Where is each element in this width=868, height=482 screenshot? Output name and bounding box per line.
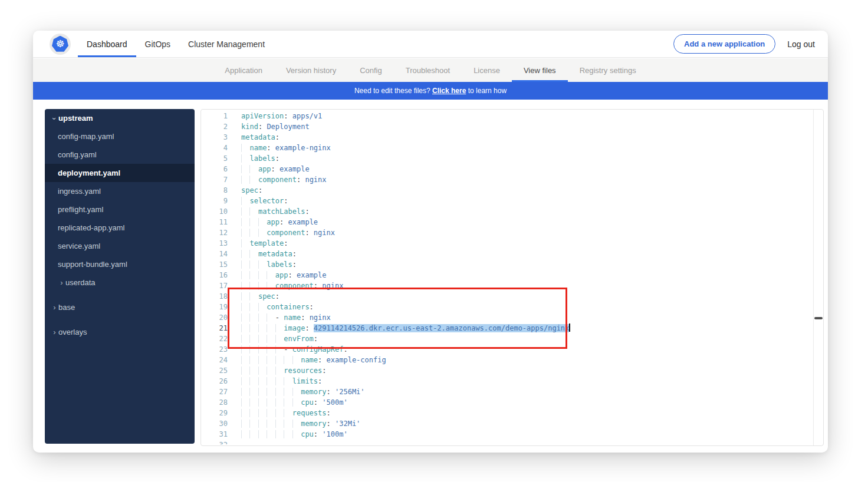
nav-item-gitops[interactable]: GitOps xyxy=(136,31,180,57)
tree-item-label: service.yaml xyxy=(58,237,100,255)
line-number: 12 xyxy=(201,227,228,238)
code-line-text: limits: xyxy=(241,376,322,387)
line-number: 8 xyxy=(201,185,228,196)
yaml-dash: - xyxy=(284,345,292,354)
line-number: 5 xyxy=(201,153,228,164)
tab-application[interactable]: Application xyxy=(213,58,274,82)
code-line: 14 metadata: xyxy=(201,249,813,259)
nav-item-dashboard[interactable]: Dashboard xyxy=(78,31,136,57)
indent-guides xyxy=(241,345,284,354)
tree-item-upstream[interactable]: ›upstream xyxy=(45,109,195,127)
yaml-colon: : xyxy=(284,239,288,247)
yaml-colon: : xyxy=(292,260,297,269)
tree-item-overlays[interactable]: ›overlays xyxy=(45,323,195,341)
indent-guides xyxy=(241,430,301,438)
code-line: 20 - name: nginx xyxy=(201,312,813,323)
code-line-text: app: example xyxy=(241,217,318,227)
logout-link[interactable]: Log out xyxy=(787,39,815,49)
tree-item-service-yaml[interactable]: service.yaml xyxy=(45,237,195,255)
tree-item-deployment-yaml[interactable]: deployment.yaml xyxy=(45,164,195,182)
indent-guides xyxy=(241,239,249,247)
indent-guides xyxy=(241,165,258,173)
code-lines: 1apiVersion: apps/v12kind: Deployment3me… xyxy=(201,111,813,444)
code-line: 31 cpu: '100m' xyxy=(201,429,813,440)
tree-item-label: preflight.yaml xyxy=(58,200,103,219)
tree-item-replicated-app-yaml[interactable]: replicated-app.yaml xyxy=(45,219,195,237)
code-line-text: labels: xyxy=(241,153,280,164)
yaml-key: configMapRef xyxy=(292,345,344,354)
yaml-space xyxy=(322,356,326,364)
indent-guides xyxy=(241,377,292,385)
yaml-key: labels xyxy=(249,154,275,163)
yaml-space xyxy=(305,313,309,322)
chevron-right-icon: › xyxy=(51,298,58,316)
line-number: 15 xyxy=(201,259,228,270)
yaml-colon: : xyxy=(322,367,326,375)
indent-guides xyxy=(241,367,284,375)
tab-version-history[interactable]: Version history xyxy=(274,58,348,82)
app-tabs: ApplicationVersion historyConfigTroubles… xyxy=(33,58,828,82)
primary-nav: DashboardGitOpsCluster Management xyxy=(78,31,274,57)
tree-item-userdata[interactable]: ›userdata xyxy=(45,273,195,292)
yaml-colon: : xyxy=(314,282,318,290)
add-application-button[interactable]: Add a new application xyxy=(673,34,775,54)
indent-guides xyxy=(241,229,267,237)
tab-registry-settings[interactable]: Registry settings xyxy=(568,58,648,82)
code-line-text: template: xyxy=(241,238,288,249)
tree-item-base[interactable]: ›base xyxy=(45,298,195,316)
yaml-value: nginx xyxy=(314,229,335,237)
indent-guides xyxy=(241,271,275,279)
code-line: 29 requests: xyxy=(201,408,813,418)
tree-item-preflight-yaml[interactable]: preflight.yaml xyxy=(45,200,195,219)
code-line: 21 image: 429114214526.dkr.ecr.us-east-2… xyxy=(201,323,813,334)
code-line-text: spec: xyxy=(241,185,262,196)
tab-license[interactable]: License xyxy=(462,58,512,82)
top-nav: ☸ DashboardGitOpsCluster Management Add … xyxy=(33,31,828,58)
yaml-colon: : xyxy=(310,303,314,311)
chevron-down-icon: › xyxy=(45,115,64,123)
indent-guides xyxy=(241,292,258,301)
yaml-key: envFrom xyxy=(284,335,314,343)
yaml-value: Deployment xyxy=(267,123,309,131)
yaml-key: resources xyxy=(284,367,322,375)
scrollbar-thumb[interactable] xyxy=(814,317,823,319)
editor-scrollbar[interactable] xyxy=(813,110,823,445)
yaml-key: limits xyxy=(292,377,318,385)
indent-guides xyxy=(241,313,275,322)
click-here-link[interactable]: Click here xyxy=(432,87,466,95)
yaml-space xyxy=(331,420,335,428)
tree-item-support-bundle-yaml[interactable]: support-bundle.yaml xyxy=(45,255,195,273)
chevron-right-icon: › xyxy=(51,323,58,341)
code-line-text: containers: xyxy=(241,302,314,312)
yaml-key: image xyxy=(284,324,305,332)
yaml-colon: : xyxy=(314,398,318,407)
yaml-value: example xyxy=(280,165,310,173)
tree-item-config-map-yaml[interactable]: config-map.yaml xyxy=(45,127,195,146)
tree-item-config-yaml[interactable]: config.yaml xyxy=(45,146,195,164)
line-number: 4 xyxy=(201,143,228,153)
tree-item-ingress-yaml[interactable]: ingress.yaml xyxy=(45,182,195,200)
yaml-value: nginx xyxy=(322,282,343,290)
code-line: 17 component: nginx xyxy=(201,280,813,291)
yaml-colon: : xyxy=(275,154,280,163)
tab-view-files[interactable]: View files xyxy=(512,58,568,82)
code-line-text: image: 429114214526.dkr.ecr.us-east-2.am… xyxy=(241,323,570,334)
nav-item-cluster-management[interactable]: Cluster Management xyxy=(179,31,274,57)
yaml-key: spec xyxy=(241,186,258,194)
yaml-key: containers xyxy=(267,303,309,311)
code-line: 16 app: example xyxy=(201,270,813,280)
code-editor[interactable]: 1apiVersion: apps/v12kind: Deployment3me… xyxy=(200,109,824,446)
code-line-text: - name: nginx xyxy=(241,312,331,323)
yaml-colon: : xyxy=(275,133,280,141)
yaml-value: example-nginx xyxy=(275,144,331,152)
code-line-text: app: example xyxy=(241,164,310,174)
yaml-key: name xyxy=(249,144,267,152)
tree-item-label: replicated-app.yaml xyxy=(58,219,124,237)
selected-text: 429114214526.dkr.ecr.us-east-2.amazonaws… xyxy=(314,324,569,332)
code-line: 6 app: example xyxy=(201,164,813,174)
tab-config[interactable]: Config xyxy=(348,58,394,82)
tab-troubleshoot[interactable]: Troubleshoot xyxy=(394,58,462,82)
yaml-colon: : xyxy=(327,388,331,396)
code-line: 9 selector: xyxy=(201,196,813,206)
code-line: 24 name: example-config xyxy=(201,355,813,365)
